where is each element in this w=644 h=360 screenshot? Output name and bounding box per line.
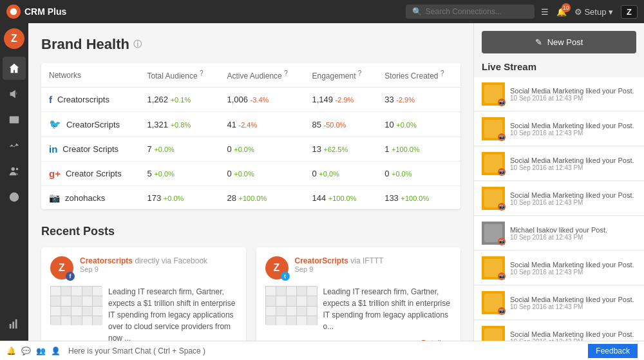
stream-content: Michael Isakov liked your Post. 10 Sep 2…: [510, 226, 607, 241]
stream-time: 10 Sep 2016 at 12:43 PM: [510, 164, 634, 171]
post-meta: CreatorScripts via IFTTT Sep 9: [295, 256, 384, 273]
active-audience-cell: 0 +0.0%: [219, 162, 304, 186]
stream-text: Social Media Marketing liked your Post.: [510, 261, 634, 269]
stream-text: Social Media Marketing liked your Post.: [510, 122, 634, 129]
post-author-link[interactable]: Creatorscripts: [80, 256, 133, 265]
sidebar-item-home[interactable]: [3, 57, 26, 80]
engagement-cell: 13 +62.5%: [304, 137, 377, 162]
contact-icon[interactable]: 👥: [36, 346, 46, 355]
table-row: 📷 zohohacks 173 +0.0% 28 +100.0% 144 +10…: [41, 186, 460, 210]
page-title-container: Brand Health ⓘ: [41, 36, 460, 53]
live-stream-list: 📷 Social Media Marketing liked your Post…: [474, 77, 644, 341]
sidebar-bottom: [3, 312, 26, 341]
post-header: Zf Creatorscripts directly via Facebook …: [50, 256, 237, 279]
table-row: f Creatorscripts 1,262 +0.1% 1,006 -3.4%…: [41, 88, 460, 112]
col-engagement: Engagement ?: [304, 63, 377, 88]
stories-cell: 10 +0.0%: [377, 112, 460, 137]
user-icon[interactable]: 👤: [51, 346, 61, 355]
post-via: directly via Facebook: [135, 256, 207, 265]
sidebar-item-activity[interactable]: [3, 134, 26, 157]
svg-point-0: [10, 8, 17, 15]
network-name-cell: in Creator Scripts: [41, 137, 140, 162]
stream-content: Social Media Marketing liked your Post. …: [510, 191, 634, 206]
engagement-cell: 1,149 -2.9%: [304, 88, 377, 112]
stream-avatar: 📷: [482, 152, 505, 175]
menu-icon[interactable]: ☰: [541, 7, 549, 17]
app-logo: CRM Plus: [6, 5, 66, 19]
bottom-bar: 🔔 💬 👥 👤 Here is your Smart Chat ( Ctrl +…: [0, 341, 644, 360]
stream-avatar: 📷: [482, 222, 505, 245]
bottom-bar-icons: 🔔 💬 👥 👤: [6, 346, 61, 355]
active-audience-cell: 1,006 -3.4%: [219, 88, 304, 112]
total-audience-cell: 1,321 +0.8%: [140, 112, 220, 137]
stream-avatar: 📷: [482, 291, 505, 314]
notifications[interactable]: 🔔 10: [556, 7, 567, 17]
live-stream-title: Live Stream: [474, 61, 644, 77]
chat-icon[interactable]: 💬: [21, 346, 31, 355]
feedback-button[interactable]: Feedback: [588, 344, 638, 358]
active-audience-cell: 28 +100.0%: [219, 186, 304, 210]
bell-icon[interactable]: 🔔: [6, 346, 16, 355]
stream-content: Social Media Marketing liked your Post. …: [510, 296, 634, 310]
network-table: Networks Total Audience ? Active Audienc…: [41, 63, 460, 209]
svg-point-2: [12, 167, 15, 171]
post-avatar: Zt: [265, 256, 289, 279]
stream-content: Social Media Marketing liked your Post. …: [510, 330, 634, 341]
network-name-cell: 🐦 CreatorScripts: [41, 112, 140, 137]
logo-icon: [6, 5, 21, 19]
topbar: CRM Plus 🔍 ☰ 🔔 10 ⚙ Setup ▾ Z: [0, 0, 644, 23]
post-header: Zt CreatorScripts via IFTTT Sep 9: [265, 256, 452, 279]
stream-time: 10 Sep 2016 at 12:43 PM: [510, 95, 634, 102]
right-panel: ✎ New Post Live Stream 📷 Social Media Ma…: [473, 23, 644, 341]
engagement-cell: 85 -50.0%: [304, 112, 377, 137]
stream-content: Social Media Marketing liked your Post. …: [510, 87, 634, 102]
page-title: Brand Health: [41, 36, 129, 53]
sidebar-item-users[interactable]: [3, 160, 26, 183]
svg-rect-5: [10, 324, 12, 328]
z-button[interactable]: Z: [621, 5, 638, 19]
post-card: Zt CreatorScripts via IFTTT Sep 9 Leadin…: [256, 247, 461, 341]
stream-text: Social Media Marketing liked your Post.: [510, 191, 634, 199]
sidebar-item-mail[interactable]: [3, 108, 26, 131]
app-name: CRM Plus: [24, 6, 66, 17]
setup-button[interactable]: ⚙ Setup ▾: [574, 7, 613, 17]
sidebar-item-support[interactable]: [3, 185, 26, 209]
post-thumbnail: [265, 286, 317, 325]
notif-badge: 10: [562, 3, 571, 12]
search-input[interactable]: [426, 7, 522, 16]
stream-content: Social Media Marketing liked your Post. …: [510, 156, 634, 171]
stream-time: 10 Sep 2016 at 12:43 PM: [510, 269, 634, 276]
total-audience-cell: 173 +0.0%: [140, 186, 220, 210]
svg-point-3: [16, 168, 19, 171]
post-body: Leading IT research firm, Gartner, expec…: [50, 286, 237, 341]
stream-item: 📷 Social Media Marketing liked your Post…: [474, 77, 644, 111]
sidebar-item-chart[interactable]: [3, 312, 26, 336]
stream-content: Social Media Marketing liked your Post. …: [510, 122, 634, 137]
stories-cell: 133 +100.0%: [377, 186, 460, 210]
stream-content: Social Media Marketing liked your Post. …: [510, 261, 634, 276]
search-bar[interactable]: 🔍: [406, 5, 535, 19]
info-icon[interactable]: ⓘ: [133, 39, 142, 50]
sidebar-item-megaphone[interactable]: [3, 82, 26, 106]
new-post-button[interactable]: ✎ New Post: [482, 31, 636, 53]
stream-time: 10 Sep 2016 at 12:43 PM: [510, 199, 634, 206]
stream-avatar: 📷: [482, 326, 505, 341]
posts-grid: Zf Creatorscripts directly via Facebook …: [41, 247, 460, 341]
stream-item: 📷 Social Media Marketing liked your Post…: [474, 321, 644, 341]
network-name-cell: 📷 zohohacks: [41, 186, 140, 210]
active-audience-cell: 41 -2.4%: [219, 112, 304, 137]
post-card: Zf Creatorscripts directly via Facebook …: [41, 247, 246, 341]
post-text: Leading IT research firm, Gartner, expec…: [323, 286, 452, 332]
total-audience-cell: 1,262 +0.1%: [140, 88, 220, 112]
post-meta: Creatorscripts directly via Facebook Sep…: [80, 256, 207, 273]
stream-item: 📷 Social Media Marketing liked your Post…: [474, 147, 644, 181]
total-audience-cell: 7 +0.0%: [140, 137, 220, 162]
stream-item: 📷 Social Media Marketing liked your Post…: [474, 112, 644, 146]
stream-avatar: 📷: [482, 82, 505, 106]
stream-time: 10 Sep 2016 at 12:43 PM: [510, 129, 634, 137]
post-author-link[interactable]: CreatorScripts: [295, 256, 348, 265]
recent-posts-title: Recent Posts: [41, 225, 460, 238]
col-active-audience: Active Audience ?: [219, 63, 304, 88]
col-networks: Networks: [41, 63, 140, 88]
stream-time: 10 Sep 2016 at 12:43 PM: [510, 234, 607, 241]
